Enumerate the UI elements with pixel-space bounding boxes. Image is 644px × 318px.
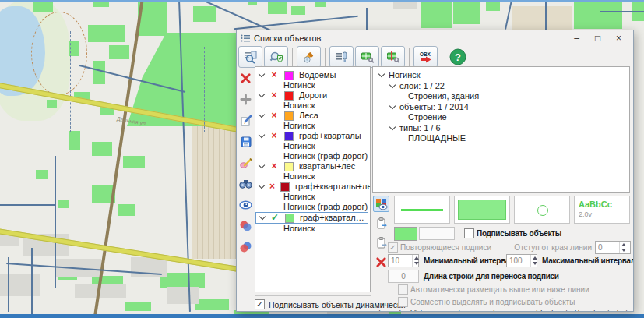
list-color-swatch[interactable]: [284, 111, 294, 121]
check-glyph: ✓: [256, 301, 262, 309]
list-item-map[interactable]: Ногинск: [255, 224, 370, 234]
text-sample-box[interactable]: AaBbCc 2.0v: [574, 196, 630, 224]
help-glyph: ?: [455, 51, 461, 63]
select-intersect-button[interactable]: [238, 239, 253, 254]
obx-export-button[interactable]: ОВХ: [413, 46, 438, 68]
chevron-down-icon[interactable]: [389, 124, 396, 130]
spinner-arrows[interactable]: [412, 255, 421, 267]
label-font-box[interactable]: [419, 227, 455, 240]
edit-list-button[interactable]: [238, 113, 253, 128]
joint-select-checkbox[interactable]: [398, 297, 408, 307]
add-list-button[interactable]: [238, 92, 253, 107]
delete-list-button[interactable]: [238, 71, 253, 86]
cut-list-objects-button[interactable]: [381, 46, 405, 68]
max-interval-spinner[interactable]: [506, 254, 537, 267]
sign-objects-checkbox[interactable]: [464, 228, 474, 238]
hidden-mark-icon[interactable]: ×: [269, 91, 279, 100]
auto-place-label: Автоматически размещать выше или ниже ли…: [410, 285, 589, 294]
list-color-swatch[interactable]: [284, 71, 294, 80]
area-sample-box[interactable]: [454, 196, 510, 224]
dynamic-label-checkbox[interactable]: ✓: [255, 299, 265, 309]
list-item-map[interactable]: Ногинск: [255, 141, 370, 151]
list-item-selected[interactable]: ✓ граф+кварталы+лес (пе...: [255, 212, 368, 224]
list-item-map[interactable]: Ногинск (граф дорог): [255, 202, 370, 212]
list-color-swatch[interactable]: [284, 162, 294, 171]
appearance-editor-button[interactable]: [238, 155, 253, 170]
chevron-down-icon[interactable]: [259, 111, 265, 118]
close-button[interactable]: ×: [608, 33, 629, 44]
copy-view-button[interactable]: [373, 215, 389, 231]
edge-offset-input[interactable]: [596, 242, 619, 253]
min-interval-spinner[interactable]: [388, 254, 419, 267]
paste-view-button[interactable]: [373, 235, 389, 251]
list-item-map[interactable]: Ногинск: [255, 192, 370, 202]
line-sample-box[interactable]: [394, 196, 450, 224]
minimize-button[interactable]: –: [566, 33, 587, 44]
list-item[interactable]: × кварталы+лес: [255, 161, 370, 171]
list-color-swatch[interactable]: [284, 132, 294, 141]
list-color-swatch[interactable]: [280, 182, 290, 192]
auto-place-checkbox[interactable]: [398, 284, 408, 295]
edge-offset-spinner[interactable]: [595, 241, 631, 254]
flashlight-button[interactable]: [297, 46, 321, 68]
chevron-down-icon[interactable]: [259, 162, 265, 168]
show-objects-button[interactable]: [238, 197, 253, 212]
hidden-mark-icon[interactable]: ×: [269, 182, 275, 191]
save-list-button[interactable]: [238, 134, 253, 149]
list-color-swatch[interactable]: [284, 91, 294, 101]
binoculars-icon: [239, 178, 252, 189]
edge-offset-label: Отступ от края линии: [511, 243, 592, 252]
chevron-down-icon[interactable]: [259, 91, 265, 97]
side-toolbar: [237, 69, 255, 254]
spinner-arrows[interactable]: [619, 242, 628, 253]
map-shape: [92, 142, 112, 156]
list-item[interactable]: × Водоемы: [255, 70, 370, 80]
visible-mark-icon[interactable]: ✓: [270, 214, 280, 222]
chevron-down-icon[interactable]: [259, 132, 265, 138]
label-color-swatch[interactable]: [394, 227, 417, 241]
details-tree[interactable]: Ногинск слои: 1 / 22 Строения, здания об…: [372, 66, 630, 193]
chevron-down-icon[interactable]: [389, 82, 396, 88]
appearance-view-button[interactable]: [373, 196, 389, 212]
hidden-mark-icon[interactable]: ×: [269, 132, 279, 140]
delete-sign-button[interactable]: [373, 254, 389, 270]
map-shape: [195, 299, 229, 310]
tree-leaf-label: Строение: [408, 112, 447, 122]
spinner-arrows[interactable]: [530, 255, 539, 267]
list-item[interactable]: × граф+кварталы+лес: [255, 182, 370, 192]
repeating-labels-checkbox[interactable]: ✓: [388, 242, 398, 253]
chevron-down-icon[interactable]: [259, 71, 265, 77]
hidden-mark-icon[interactable]: ×: [269, 71, 279, 80]
hidden-mark-icon[interactable]: ×: [269, 162, 279, 171]
map-shape: [123, 156, 145, 168]
point-sample-box[interactable]: [514, 196, 570, 224]
screen: Дальняя ул. Списки объектов – □ ×: [0, 0, 644, 318]
chevron-down-icon[interactable]: [259, 214, 266, 220]
text-sample-version: 2.0v: [579, 210, 592, 218]
chevron-down-icon[interactable]: [389, 103, 396, 109]
search-area-button[interactable]: [264, 46, 288, 68]
search-list-icon: [244, 50, 258, 64]
map-shape: [574, 2, 622, 29]
list-item[interactable]: × Дороги: [255, 90, 370, 101]
list-composition-button[interactable]: [329, 46, 354, 68]
chevron-down-icon[interactable]: [259, 182, 265, 189]
wrap-length-input[interactable]: 0: [388, 270, 419, 283]
find-objects-button[interactable]: [238, 176, 253, 191]
map-road: [0, 204, 56, 206]
max-interval-input[interactable]: [507, 255, 530, 267]
list-item[interactable]: × граф+кварталы: [255, 131, 370, 141]
help-button[interactable]: ?: [446, 47, 469, 67]
edit-list-objects-button[interactable]: [355, 46, 379, 68]
chevron-down-icon[interactable]: [378, 71, 385, 77]
dialog-titlebar[interactable]: Списки объектов – □ ×: [237, 30, 633, 46]
min-interval-input[interactable]: [389, 255, 412, 267]
maximize-button[interactable]: □: [587, 33, 608, 44]
select-union-button[interactable]: [238, 218, 253, 233]
map-path: [70, 31, 72, 132]
list-item[interactable]: × Леса: [255, 111, 370, 121]
list-color-swatch[interactable]: [285, 214, 294, 223]
hidden-mark-icon[interactable]: ×: [269, 111, 279, 120]
view-lists-button[interactable]: [238, 46, 262, 68]
object-lists-panel[interactable]: × Водоемы Ногинск × Дороги Ногинск × Лес…: [255, 66, 371, 292]
